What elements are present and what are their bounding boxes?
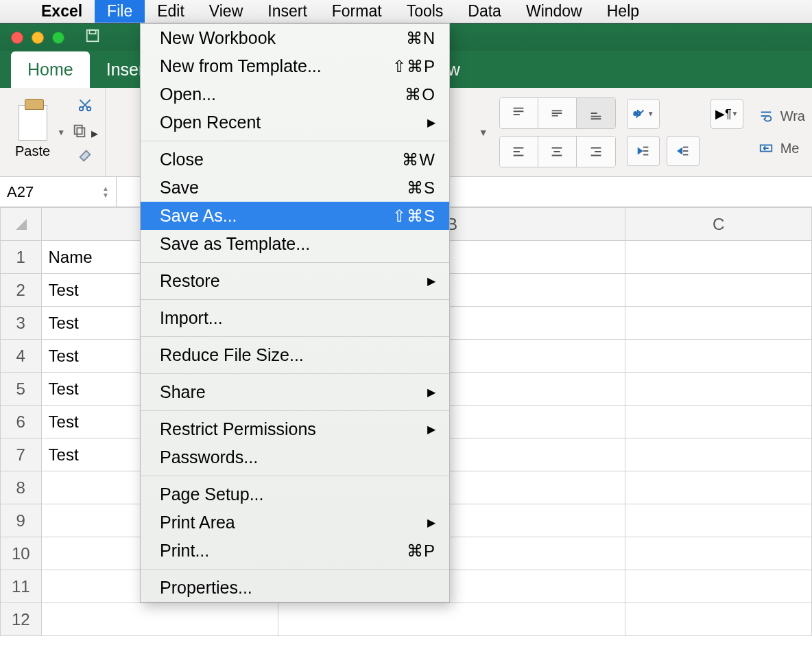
row-header[interactable]: 6 [1,406,42,438]
paste-icon[interactable] [19,105,47,141]
menu-insert[interactable]: Insert [255,0,320,23]
svg-rect-5 [77,128,84,137]
cell[interactable] [625,274,812,307]
qat-save-icon[interactable] [85,28,100,47]
copy-icon[interactable]: ▸ [72,123,98,141]
window-minimize-button[interactable] [32,32,44,44]
menu-item-restrict-permissions[interactable]: Restrict Permissions▶ [141,415,449,443]
cell[interactable] [625,537,812,570]
menu-view[interactable]: View [197,0,255,23]
svg-rect-0 [87,30,99,41]
paste-label: Paste [15,143,50,159]
cell[interactable] [625,406,812,438]
menu-file[interactable]: File [95,0,145,23]
row-header[interactable]: 4 [1,340,42,373]
row-header[interactable]: 10 [1,537,42,570]
vertical-align-group [499,97,616,129]
format-painter-icon[interactable] [77,148,93,167]
row-header[interactable]: 11 [1,570,42,603]
svg-text:ab: ab [634,109,641,116]
align-bottom-button[interactable] [577,98,615,128]
row-header[interactable]: 5 [1,373,42,406]
select-all-corner[interactable] [1,208,42,241]
svg-marker-25 [638,148,642,153]
menu-item-save-as[interactable]: Save As...⇧⌘S [141,202,449,230]
mac-menubar: Excel File Edit View Insert Format Tools… [0,0,812,23]
row-header[interactable]: 3 [1,307,42,340]
horizontal-align-group [499,136,616,167]
row-header[interactable]: 12 [1,603,42,636]
cell[interactable] [625,570,812,603]
menu-item-properties[interactable]: Properties... [141,574,449,602]
align-right-button[interactable] [577,137,615,167]
ribbon-end-group: Wra Me [759,88,812,176]
menu-window[interactable]: Window [514,0,595,23]
row-header[interactable]: 7 [1,438,42,471]
cell[interactable] [625,504,812,537]
cell[interactable] [41,603,278,636]
align-left-button[interactable] [500,137,538,167]
menu-item-import[interactable]: Import... [141,304,449,332]
tab-home[interactable]: Home [11,51,90,88]
window-zoom-button[interactable] [52,32,64,44]
menu-item-save-as-template[interactable]: Save as Template... [141,230,449,258]
menu-item-open[interactable]: Open...⌘O [141,80,449,108]
cell[interactable] [625,241,812,274]
submenu-arrow-icon: ▶ [427,116,435,129]
menu-tools[interactable]: Tools [394,0,456,23]
orientation-button[interactable]: ab ▼ [627,99,660,129]
align-middle-button[interactable] [538,98,577,128]
menu-separator [141,476,449,476]
menu-data[interactable]: Data [455,0,514,23]
cell[interactable] [625,340,812,373]
window-close-button[interactable] [11,32,23,44]
menu-item-save[interactable]: Save⌘S [141,174,449,202]
svg-marker-29 [678,148,682,153]
align-top-button[interactable] [500,98,538,128]
row-header[interactable]: 9 [1,504,42,537]
submenu-arrow-icon: ▶ [427,423,435,436]
cell[interactable] [278,603,625,636]
row-header[interactable]: 1 [1,241,42,274]
svg-rect-1 [89,30,95,34]
menu-item-open-recent[interactable]: Open Recent▶ [141,108,449,137]
align-center-button[interactable] [538,137,577,167]
decrease-indent-button[interactable] [627,136,660,166]
menu-item-print[interactable]: Print...⌘P [141,537,449,565]
cell[interactable] [625,603,812,636]
app-menu[interactable]: Excel [29,0,95,23]
menu-separator [141,262,449,263]
menu-item-close[interactable]: Close⌘W [141,145,449,174]
menu-help[interactable]: Help [595,0,652,23]
row-header[interactable]: 2 [1,274,42,307]
increase-indent-button[interactable] [667,136,700,166]
text-direction-button[interactable]: ▶¶ ▼ [710,99,743,129]
menu-item-print-area[interactable]: Print Area▶ [141,508,449,537]
menu-format[interactable]: Format [320,0,394,23]
namebox-stepper-icon[interactable]: ▲▼ [102,185,109,199]
menu-separator [141,141,449,141]
menu-separator [141,569,449,570]
cell[interactable] [625,471,812,504]
menu-item-page-setup[interactable]: Page Setup... [141,480,449,508]
merge-button[interactable]: Me [759,141,805,156]
cell[interactable] [625,438,812,471]
menu-item-share[interactable]: Share▶ [141,378,449,406]
col-header-c[interactable]: C [625,208,812,241]
cell[interactable] [625,307,812,340]
name-box[interactable]: A27 ▲▼ [0,177,117,207]
menu-item-new-from-template[interactable]: New from Template...⇧⌘P [141,52,449,80]
row-header[interactable]: 8 [1,471,42,504]
cut-icon[interactable] [77,97,93,116]
menu-edit[interactable]: Edit [145,0,197,23]
cell[interactable] [625,373,812,406]
wrap-text-button[interactable]: Wra [759,108,805,124]
menu-item-reduce-file-size[interactable]: Reduce File Size... [141,341,449,369]
menu-item-new-workbook[interactable]: New Workbook⌘N [141,24,449,52]
menu-item-restore[interactable]: Restore▶ [141,267,449,295]
submenu-arrow-icon: ▶ [427,516,435,529]
svg-rect-4 [75,126,82,134]
file-menu: New Workbook⌘NNew from Template...⇧⌘POpe… [140,23,450,602]
menu-separator [141,410,449,411]
menu-item-passwords[interactable]: Passwords... [141,443,449,471]
